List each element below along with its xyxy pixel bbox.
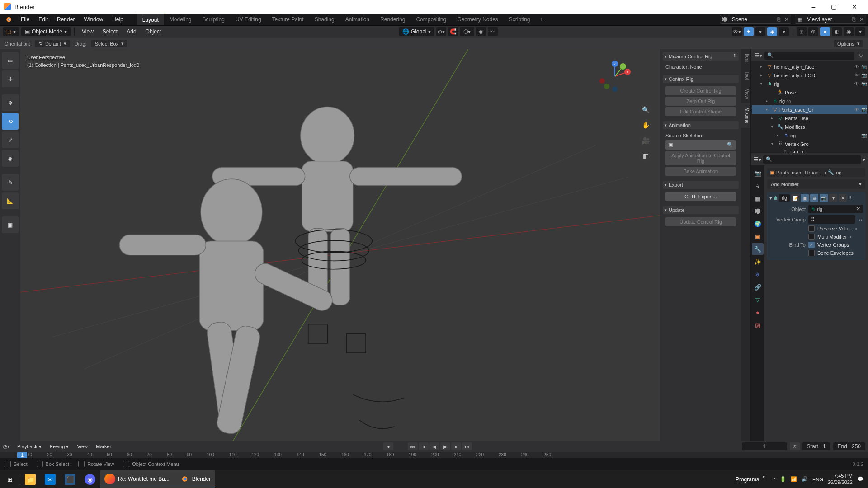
drag-dropdown[interactable]: Select Box▾ xyxy=(91,40,128,47)
pan-icon[interactable]: ✋ xyxy=(639,119,652,131)
playback-menu[interactable]: Playback ▾ xyxy=(14,444,44,450)
mod-realtime-toggle[interactable]: 🖥 xyxy=(810,194,818,202)
physics-tab[interactable]: ⚛ xyxy=(752,268,764,280)
visibility-toggle[interactable]: 👁 xyxy=(854,81,860,86)
preserve-volume-checkbox[interactable] xyxy=(808,225,815,232)
minimize-button[interactable]: – xyxy=(803,0,824,14)
gizmo-options[interactable]: ▾ xyxy=(755,27,765,36)
outliner-row[interactable]: ▸▽Pants_use xyxy=(752,114,867,122)
outliner-filter-button[interactable]: ▽ xyxy=(856,51,865,60)
object-tab[interactable]: ▣ xyxy=(752,230,764,242)
snap-toggle[interactable]: 🧲 xyxy=(448,27,458,36)
scene-new-button[interactable]: ⎘ xyxy=(774,16,783,23)
shading-rendered[interactable]: ◉ xyxy=(844,27,854,36)
explorer-taskbar[interactable]: 📁 xyxy=(20,470,40,488)
select-tool[interactable]: ▭ xyxy=(2,52,19,69)
options-dropdown[interactable]: Options▾ xyxy=(834,40,863,47)
3d-viewport[interactable]: User Perspective (1) Collection | Pants_… xyxy=(20,49,660,441)
outliner-row[interactable]: 🏃Pose xyxy=(752,88,867,97)
outliner-search[interactable]: 🔍 xyxy=(764,52,854,60)
outliner-row[interactable]: ▸⋔rig 99 xyxy=(752,97,867,105)
timeline-view-menu[interactable]: View xyxy=(74,444,90,449)
blender-taskbar[interactable]: Blender xyxy=(174,470,215,488)
network-icon[interactable]: 📶 xyxy=(791,476,797,482)
render-toggle[interactable]: 📷 xyxy=(861,64,867,69)
programs-toolbar[interactable]: Programs» xyxy=(731,470,769,488)
output-tab[interactable]: 🖨 xyxy=(752,180,764,192)
gizmo-toggle[interactable]: ✦ xyxy=(744,27,754,36)
pivot-selector[interactable]: ⊙▾ xyxy=(436,27,446,36)
outliner-row[interactable]: ▾▽Pants_usec_Ur👁📷 xyxy=(752,105,867,114)
maximize-button[interactable]: ▢ xyxy=(824,0,844,14)
viewlayer-new-button[interactable]: ⎘ xyxy=(849,16,858,23)
npanel-tab-view[interactable]: View xyxy=(741,84,750,103)
xray-toggle[interactable]: ⊞ xyxy=(797,27,807,36)
scene-delete-button[interactable]: ✕ xyxy=(783,16,791,23)
orientation-dropdown[interactable]: ↯Default▾ xyxy=(35,40,70,47)
jump-end-button[interactable]: ⏭ xyxy=(462,442,472,450)
play-reverse-button[interactable]: ◀ xyxy=(429,442,439,450)
shading-material[interactable]: ◐ xyxy=(832,27,842,36)
npanel-tab-mixamo[interactable]: Mixamo xyxy=(741,103,750,128)
armature-object-field[interactable]: ⋔rig✕ xyxy=(808,205,863,213)
multi-modifier-checkbox[interactable] xyxy=(808,234,815,240)
mod-display-toggle[interactable]: ▣ xyxy=(801,194,809,202)
tray-chevron[interactable]: ^ xyxy=(773,477,775,482)
modifier-tab[interactable]: 🔧 xyxy=(752,243,764,255)
render-menu[interactable]: Render xyxy=(52,14,79,25)
volume-icon[interactable]: 🔊 xyxy=(802,476,808,482)
overlays-toggle[interactable]: ◈ xyxy=(767,27,777,36)
visibility-toggle[interactable]: 👁 xyxy=(854,107,860,112)
language-indicator[interactable]: ENG xyxy=(812,477,823,482)
clock[interactable]: 7:45 PM 26/09/2022 xyxy=(828,473,853,485)
vgroup-invert-button[interactable]: ↔ xyxy=(858,217,863,222)
update-header[interactable]: ▾Update xyxy=(663,206,739,214)
modifier-name-field[interactable]: rig xyxy=(779,194,790,202)
material-tab[interactable]: ● xyxy=(752,306,764,318)
workspace-tab-texture-paint[interactable]: Texture Paint xyxy=(267,14,309,25)
world-tab[interactable]: 🌍 xyxy=(752,218,764,230)
export-header[interactable]: ▾Export xyxy=(663,181,739,189)
current-frame-field[interactable]: 1 xyxy=(742,442,787,450)
start-button[interactable]: ⊞ xyxy=(0,470,20,488)
mod-delete-button[interactable]: ✕ xyxy=(839,194,847,202)
render-toggle[interactable]: 📷 xyxy=(861,81,867,86)
shading-solid[interactable]: ● xyxy=(820,27,830,36)
mod-extra-toggle[interactable]: ▾ xyxy=(829,194,837,202)
workspace-tab-rendering[interactable]: Rendering xyxy=(375,14,410,25)
proportional-options[interactable]: 〰 xyxy=(488,27,498,36)
outliner-row[interactable]: ▸⋔rig📷 xyxy=(752,131,867,140)
workspace-tab-scripting[interactable]: Scripting xyxy=(504,14,536,25)
mode-selector[interactable]: ▣ Object Mode ▾ xyxy=(21,27,71,36)
keyframe-next-button[interactable]: ▸ xyxy=(451,442,461,450)
rotate-tool[interactable]: ⟲ xyxy=(2,113,19,130)
select-menu[interactable]: Select xyxy=(99,28,121,35)
constraint-tab[interactable]: 🔗 xyxy=(752,281,764,293)
outliner-row[interactable]: ▸▽helmet_altyn_LOD👁📷 xyxy=(752,71,867,80)
app-taskbar[interactable]: ⬛ xyxy=(60,470,80,488)
bone-envelopes-checkbox[interactable] xyxy=(808,250,815,256)
measure-tool[interactable]: 📐 xyxy=(2,192,19,209)
visibility-toggle[interactable]: 👁 xyxy=(854,73,860,78)
edit-shape-button[interactable]: Edit Control Shape xyxy=(665,107,736,116)
props-options-button[interactable]: ▾ xyxy=(863,156,865,163)
discord-taskbar[interactable]: ◉ xyxy=(80,470,100,488)
zero-rig-button[interactable]: Zero Out Rig xyxy=(665,97,736,106)
data-tab[interactable]: ▽ xyxy=(752,294,764,305)
close-button[interactable]: ✕ xyxy=(844,0,864,14)
outliner-type-selector[interactable]: ☰▾ xyxy=(754,51,763,60)
play-button[interactable]: ▶ xyxy=(440,442,450,450)
keyframe-prev-button[interactable]: ◂ xyxy=(419,442,429,450)
vertex-group-field[interactable]: ⠿ xyxy=(808,215,855,224)
mail-taskbar[interactable]: ✉ xyxy=(40,470,60,488)
zoom-icon[interactable]: 🔍 xyxy=(639,103,652,116)
update-rig-button[interactable]: Update Control Rig xyxy=(665,217,736,226)
outliner-row[interactable]: ▾⠿Vertex Gro xyxy=(752,140,867,148)
bake-anim-button[interactable]: Bake Animation xyxy=(665,167,736,176)
file-menu[interactable]: File xyxy=(16,14,34,25)
annotate-tool[interactable]: ✎ xyxy=(2,174,19,191)
scale-tool[interactable]: ⤢ xyxy=(2,131,19,148)
workspace-tab-geometry-nodes[interactable]: Geometry Nodes xyxy=(452,14,504,25)
outliner-row[interactable]: ▾⋔rig👁📷 xyxy=(752,80,867,88)
window-menu[interactable]: Window xyxy=(79,14,108,25)
